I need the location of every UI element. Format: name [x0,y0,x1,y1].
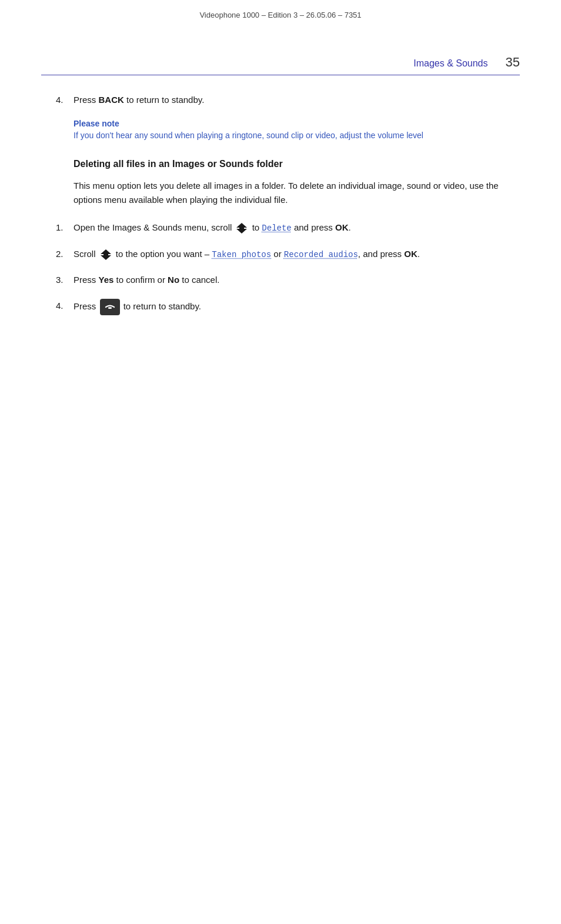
step-3: 3. Press Yes to confirm or No to cancel. [56,273,505,287]
step-number-3: 3. [56,273,74,287]
content-area: 4. Press BACK to return to standby. Plea… [0,75,561,351]
step-4b: 4. Press to return to standby. [56,299,505,315]
step-1: 1. Open the Images & Sounds menu, scroll… [56,221,505,235]
page-number: 35 [506,55,520,70]
step-number-4b: 4. [56,299,74,315]
step-3-content: Press Yes to confirm or No to cancel. [74,273,505,287]
step-2: 2. Scroll to the option you want – Taken… [56,247,505,261]
ok-keyword-1: OK [335,222,349,232]
ok-keyword-2: OK [404,249,418,259]
yes-keyword: Yes [99,275,114,285]
step-4-back: 4. Press BACK to return to standby. [56,93,505,107]
step-4b-content: Press to return to standby. [74,299,505,315]
step-number-2: 2. [56,247,74,261]
step-number-4a: 4. [56,93,74,107]
note-title: Please note [74,119,505,128]
step-1-content: Open the Images & Sounds menu, scroll to… [74,221,505,235]
svg-rect-7 [108,307,112,309]
note-body: If you don't hear any sound when playing… [74,129,505,142]
page-header: Videophone 1000 – Edition 3 – 26.05.06 –… [0,0,561,19]
menu-item-taken-photos: Taken photos [212,250,271,259]
svg-point-5 [104,253,108,256]
end-call-button-icon [100,299,120,315]
step-4a-content: Press BACK to return to standby. [74,93,505,107]
back-keyword: BACK [99,95,124,105]
step-number-1: 1. [56,221,74,235]
step-2-content: Scroll to the option you want – Taken ph… [74,247,505,261]
scroll-icon-2 [99,248,112,261]
section-intro: This menu option lets you delete all ima… [56,179,505,208]
chapter-header: Images & Sounds 35 [0,19,561,75]
menu-item-delete: Delete [262,224,291,233]
note-box: Please note If you don't hear any sound … [74,119,505,142]
header-title: Videophone 1000 – Edition 3 – 26.05.06 –… [199,11,361,19]
section-heading: Deleting all files in an Images or Sound… [56,159,505,169]
svg-point-2 [240,226,243,230]
no-keyword: No [168,275,179,285]
chapter-title: Images & Sounds [413,58,487,69]
scroll-icon-1 [235,222,248,235]
menu-item-recorded-audios: Recorded audios [284,250,358,259]
